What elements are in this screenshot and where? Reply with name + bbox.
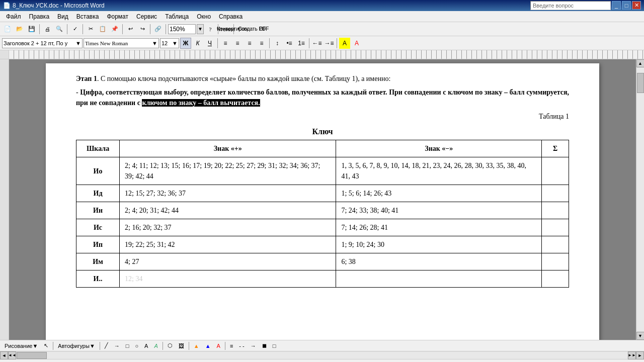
ruler-corner [0,50,9,59]
font-color-button[interactable]: A [351,38,362,49]
shadow-button[interactable]: ◼ [260,341,269,350]
paste-button[interactable]: 📌 [109,24,120,35]
print-preview-button[interactable]: 🔍 [54,24,65,35]
key-table: Шкала Знак «+» Знак «−» Σ Ио 2; 4; 11; 1… [76,140,569,288]
hyperlink-button[interactable]: 🔗 [152,24,164,35]
3d-button[interactable]: □ [270,341,279,350]
autoshapes-menu[interactable]: Автофигуры ▼ [55,341,97,350]
scroll-down-button[interactable]: ▼ [636,332,645,340]
fill-color-button[interactable]: ▲ [191,341,202,350]
font-dropdown[interactable]: Times New Roman ▼ [84,38,159,48]
cut-button[interactable]: ✂ [85,24,96,35]
numbering-button[interactable]: 1≡ [296,38,307,49]
hscroll-track[interactable] [17,352,627,359]
align-center-button[interactable]: ≡ [232,38,243,49]
sigma-id [542,185,569,202]
scroll-thumb[interactable] [637,73,644,93]
close-button[interactable]: ✕ [632,1,641,10]
format-bar: Заголовок 2 + 12 пт, По у ▼ Times New Ro… [0,36,644,50]
line-style-button[interactable]: ≡ [227,341,235,350]
clipart-tool[interactable]: 🖼 [176,341,187,350]
menu-format[interactable]: Формат [103,12,132,21]
sep5 [150,24,150,34]
scroll-track[interactable] [637,68,644,331]
italic-button[interactable]: К [192,38,203,49]
style-arrow: ▼ [75,40,81,46]
minimize-button[interactable]: _ [612,1,621,10]
size-dropdown[interactable]: 12 ▼ [160,38,179,48]
menu-insert[interactable]: Вставка [72,12,103,21]
col-minus: Знак «−» [336,140,542,157]
align-right-button[interactable]: ≡ [244,38,255,49]
line-color-button[interactable]: ▲ [203,341,213,350]
menu-help[interactable]: Справка [215,12,247,21]
hscroll-thumb[interactable] [17,352,47,359]
open-button[interactable]: 📂 [14,24,25,35]
style-dropdown[interactable]: Заголовок 2 + 12 пт, По у ▼ [2,38,83,48]
table-header-row: Шкала Знак «+» Знак «−» Σ [76,140,569,157]
line-tool[interactable]: ╱ [102,341,111,350]
scale-i2: И.. [76,270,120,288]
menu-window[interactable]: Окно [193,12,215,21]
scroll-up-button[interactable]: ▲ [636,59,645,67]
print-button[interactable]: 🖨 [42,24,53,35]
main-toolbar: 📄 📂 💾 🖨 🔍 ✓ ✂ 📋 📌 ↩ ↪ 🔗 150% ▼ ? Чтение … [0,22,644,36]
menu-file[interactable]: Файл [2,12,25,21]
bullets-button[interactable]: •≡ [284,38,295,49]
sigma-im [542,253,569,270]
menu-table[interactable]: Таблица [161,12,193,21]
new-button[interactable]: 📄 [2,24,13,35]
underline-button[interactable]: Ч [204,38,215,49]
hscroll-right-button[interactable]: ► [636,351,644,359]
create-pdf-button[interactable]: Создать PDF [248,24,259,35]
line-spacing-button[interactable]: ↕ [272,38,283,49]
menu-view[interactable]: Вид [53,12,72,21]
zoom-dropdown[interactable]: ▼ [197,24,204,34]
align-justify-button[interactable]: ≡ [256,38,267,49]
save-button[interactable]: 💾 [26,24,37,35]
spell-button[interactable]: ✓ [69,24,80,35]
arrow-style-button[interactable]: → [248,341,259,350]
bold-button[interactable]: Ж [180,38,191,49]
fmt-sep3 [309,38,309,48]
copy-button[interactable]: 📋 [97,24,108,35]
highlight-button[interactable]: A [339,38,350,49]
draw-sep2 [100,342,100,350]
drawing-menu[interactable]: Рисование ▼ [2,341,40,350]
wordart-tool[interactable]: A [151,341,160,350]
align-left-button[interactable]: ≡ [220,38,231,49]
horizontal-scrollbar: ◄ ◄◄ ►► ► [0,351,644,359]
question-input[interactable]: Введите вопрос [530,1,611,10]
help-button[interactable]: ? [205,24,216,35]
col-sigma: Σ [542,140,569,157]
para1-text: . С помощью ключа подсчитываются «сырые»… [97,75,390,82]
select-button[interactable]: ↖ [41,341,51,350]
table-row: Им 4; 27 6; 38 [76,253,569,270]
textbox-tool[interactable]: A [142,341,150,350]
hscroll-left-button[interactable]: ◄ [0,351,8,359]
arrow-tool[interactable]: → [112,341,122,350]
menu-edit[interactable]: Правка [25,12,54,21]
menu-tools[interactable]: Сервис [132,12,161,21]
hscroll-page-right[interactable]: ►► [628,351,636,359]
title-bar: 📄 8_Ключ УСК.doc - Microsoft Word Введит… [0,0,644,11]
increase-indent-button[interactable]: →≡ [324,38,335,49]
maximize-button[interactable]: □ [622,1,631,10]
minus-ip: 1; 9; 10; 24; 30 [336,236,542,253]
decrease-indent-button[interactable]: ←≡ [311,38,323,49]
undo-button[interactable]: ↩ [125,24,136,35]
font-color-btn2[interactable]: A [214,341,223,350]
document-page: Этап 1. С помощью ключа подсчитываются «… [46,63,599,340]
dash-style-button[interactable]: - - [236,341,247,350]
document-scroll[interactable]: Этап 1. С помощью ключа подсчитываются «… [9,59,636,340]
font-value: Times New Roman [85,40,128,46]
scale-in: Ин [76,202,120,219]
rect-tool[interactable]: □ [123,341,132,350]
hscroll-page-left[interactable]: ◄◄ [8,351,16,359]
oval-tool[interactable]: ○ [132,341,141,350]
diagram-tool[interactable]: ⬡ [165,341,175,350]
redo-button[interactable]: ↪ [137,24,148,35]
draw-sep1 [53,342,53,350]
minus-in: 7; 24; 33; 38; 40; 41 [336,202,542,219]
create-pdf-label: Создать PDF [238,26,269,32]
